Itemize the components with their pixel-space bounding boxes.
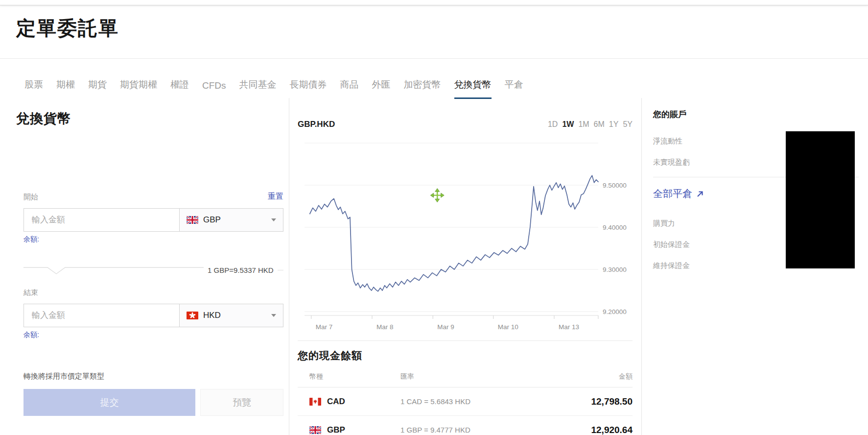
tab-mutual-funds[interactable]: 共同基金: [239, 78, 277, 99]
table-row-gbp[interactable]: GBP 1 GBP = 9.4777 HKD 12,920.64: [298, 416, 633, 435]
tab-warrants[interactable]: 權證: [170, 78, 189, 99]
range-1d[interactable]: 1D: [548, 120, 558, 129]
cash-balances-heading: 您的現金餘額: [298, 349, 633, 362]
from-amount-input[interactable]: [24, 209, 179, 231]
rate-divider-tail: [278, 270, 283, 270]
tab-crypto[interactable]: 加密貨幣: [404, 78, 441, 99]
tab-close-positions[interactable]: 平倉: [505, 78, 523, 99]
chart-header: GBP.HKD 1D 1W 1M 6M 1Y 5Y: [298, 120, 633, 129]
page-title: 定單委託單: [16, 15, 119, 42]
x-axis-label: Mar 10: [498, 323, 518, 331]
cash-table-header: 幣種 匯率 金額: [298, 372, 633, 387]
account-panel: 您的賬戶 淨流動性 未實現盈虧 全部平倉 購買力 初始保證金 維持保證金: [653, 98, 859, 270]
cash-balances-table: 幣種 匯率 金額 CAD 1 CAD = 5.6843 HKD 12,798.5…: [298, 372, 633, 435]
redacted-account-values: [786, 131, 855, 268]
tab-cfds[interactable]: CFDs: [202, 80, 226, 99]
market-order-note: 轉換將採用市價定單類型: [23, 372, 283, 381]
price-chart[interactable]: 9.500009.400009.300009.20000Mar 7Mar 8Ma…: [298, 141, 633, 339]
currency-amount: 12,920.64: [554, 425, 633, 435]
tab-futures[interactable]: 期貨: [88, 78, 107, 99]
arrow-up-right-icon: [696, 190, 704, 198]
preview-button[interactable]: 預覽: [200, 389, 283, 416]
hk-flag-icon: [187, 312, 198, 319]
window-top-edge: [0, 0, 868, 5]
converter-form: 開始 重置 GBP 余額: 1 GBP=9.5337 HK: [23, 192, 283, 416]
asset-class-tabs: 股票 期權 期貨 期貨期權 權證 CFDs 共同基金 長期債券 商品 外匯 加密…: [24, 72, 523, 99]
move-cursor-icon: [430, 189, 444, 202]
column-divider-left: [289, 98, 289, 435]
chart-range-selector: 1D 1W 1M 6M 1Y 5Y: [548, 120, 633, 129]
tab-bonds[interactable]: 長期債券: [290, 78, 327, 99]
exchange-rate-row: 1 GBP=9.5337 HKD: [23, 265, 283, 275]
range-1m[interactable]: 1M: [578, 120, 589, 129]
tab-currency-exchange[interactable]: 兌換貨幣: [454, 78, 492, 99]
from-label: 開始: [23, 193, 38, 202]
x-axis-label: Mar 9: [437, 323, 454, 331]
reset-link[interactable]: 重置: [268, 192, 283, 202]
currency-code: GBP: [327, 425, 345, 435]
chart-symbol: GBP.HKD: [298, 120, 335, 129]
y-axis-label: 9.50000: [603, 182, 627, 189]
currency-rate: 1 GBP = 9.4777 HKD: [400, 426, 554, 434]
currency-code: CAD: [327, 397, 345, 407]
x-axis-label: Mar 7: [316, 323, 333, 331]
column-divider-right: [641, 98, 642, 435]
range-1w[interactable]: 1W: [562, 120, 574, 129]
tab-commodities[interactable]: 商品: [340, 78, 359, 99]
x-axis-label: Mar 8: [376, 323, 394, 331]
tab-futures-options[interactable]: 期貨期權: [120, 78, 157, 99]
chevron-down-icon: [271, 314, 276, 317]
to-currency-code: HKD: [203, 311, 221, 320]
uk-flag-icon: [187, 216, 198, 224]
range-6m[interactable]: 6M: [594, 120, 605, 129]
tab-forex[interactable]: 外匯: [372, 78, 391, 99]
column-header-rate: 匯率: [400, 372, 554, 381]
table-row-cad[interactable]: CAD 1 CAD = 5.6843 HKD 12,798.50: [298, 387, 633, 416]
canada-flag-icon: [309, 398, 321, 406]
y-axis-label: 9.30000: [603, 266, 627, 273]
currency-amount: 12,798.50: [554, 396, 633, 407]
range-5y[interactable]: 5Y: [623, 120, 633, 129]
price-chart-svg[interactable]: 9.500009.400009.300009.20000Mar 7Mar 8Ma…: [298, 141, 633, 337]
from-currency-code: GBP: [203, 215, 221, 225]
exchange-rate-text: 1 GBP=9.5337 HKD: [204, 266, 278, 274]
uk-flag-icon: [309, 426, 321, 434]
currency-rate: 1 CAD = 5.6843 HKD: [400, 397, 554, 406]
rate-divider-notch: [23, 265, 204, 275]
tab-options[interactable]: 期權: [56, 78, 75, 99]
from-amount-group: GBP: [23, 208, 283, 232]
currency-exchange-panel: 兌換貨幣 開始 重置 GBP 余額:: [16, 98, 284, 416]
tab-stocks[interactable]: 股票: [24, 78, 43, 99]
to-currency-select[interactable]: HKD: [179, 304, 283, 327]
to-balance-label: 余額:: [23, 331, 283, 339]
account-heading: 您的賬戶: [653, 109, 859, 120]
y-axis-label: 9.20000: [603, 308, 627, 315]
chevron-down-icon: [271, 218, 276, 221]
close-all-label: 全部平倉: [653, 187, 692, 200]
from-balance-label: 余額:: [23, 235, 283, 244]
y-axis-label: 9.40000: [603, 224, 627, 231]
converter-heading: 兌換貨幣: [16, 110, 284, 127]
from-currency-select[interactable]: GBP: [179, 209, 283, 231]
x-axis-label: Mar 13: [559, 323, 579, 331]
to-label: 結束: [23, 288, 38, 297]
title-divider: [0, 58, 868, 59]
column-header-currency: 幣種: [298, 372, 400, 381]
chart-and-balances-panel: GBP.HKD 1D 1W 1M 6M 1Y 5Y 9.500009.40000…: [298, 98, 633, 435]
submit-button[interactable]: 提交: [23, 389, 195, 416]
section-divider: [298, 340, 633, 341]
price-line-series: [310, 175, 598, 291]
range-1y[interactable]: 1Y: [609, 120, 619, 129]
column-header-amount: 金額: [554, 372, 633, 381]
to-amount-input[interactable]: [24, 304, 179, 327]
to-amount-group: HKD: [23, 304, 283, 327]
